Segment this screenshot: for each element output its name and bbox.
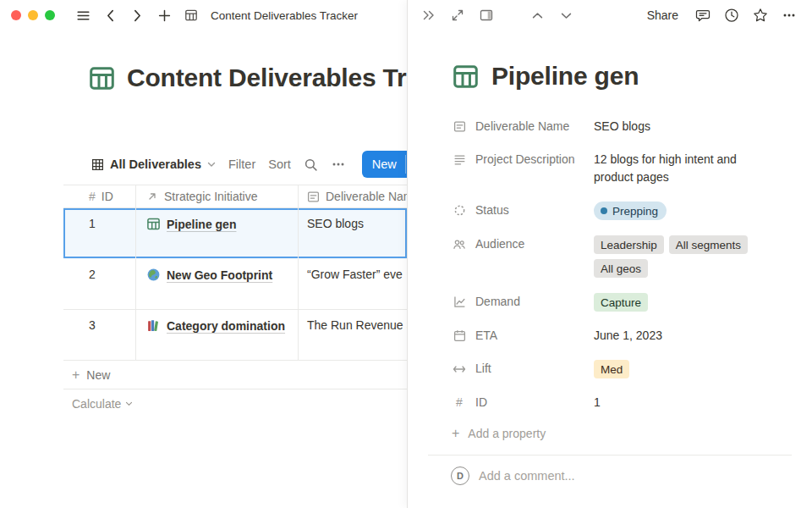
property-value[interactable]: June 1, 2023 <box>594 327 758 345</box>
cell-id: 1 <box>63 208 135 258</box>
new-page-icon[interactable] <box>155 5 173 25</box>
property-label[interactable]: Deliverable Name <box>452 118 594 135</box>
view-toolbar: All Deliverables Filter Sort New <box>91 151 407 178</box>
page-title[interactable]: Content Deliverables Tracker <box>127 64 407 92</box>
close-peek-icon[interactable] <box>420 5 438 25</box>
user-avatar[interactable]: D <box>451 467 469 485</box>
globe-icon <box>146 268 161 282</box>
demand-tag[interactable]: Capture <box>594 293 648 312</box>
minimize-window-button[interactable] <box>28 10 38 20</box>
cell-id: 3 <box>63 310 135 360</box>
table-page-icon[interactable] <box>88 64 116 92</box>
next-record-icon[interactable] <box>557 5 575 25</box>
expand-page-icon[interactable] <box>448 5 467 25</box>
database-table: # ID Strategic Initiative Deliverable <box>63 185 407 418</box>
page-link[interactable]: Category domination <box>167 319 285 333</box>
more-options-icon[interactable] <box>331 154 346 174</box>
hash-icon: # <box>89 190 96 203</box>
property-label[interactable]: Audience <box>452 235 594 278</box>
page-table-icon <box>182 5 200 25</box>
property-label[interactable]: Demand <box>452 293 594 312</box>
table-row-category-domination[interactable]: 3 Category domination The Run Revenue S <box>63 310 407 361</box>
property-row-demand: Demand Capture <box>452 285 758 319</box>
sidebar-toggle-icon[interactable] <box>74 5 92 25</box>
plus-icon: + <box>452 427 459 440</box>
filter-button[interactable]: Filter <box>228 157 255 171</box>
comment-input[interactable]: Add a comment... <box>479 469 575 483</box>
share-button[interactable]: Share <box>647 8 678 22</box>
property-value[interactable]: 12 blogs for high intent and product pag… <box>594 151 758 186</box>
chevron-down-icon <box>125 401 133 406</box>
page-link[interactable]: Pipeline gen <box>167 218 236 231</box>
table-row-pipeline-gen[interactable]: 1 Pipeline gen SEO blogs <box>63 208 407 259</box>
property-value[interactable]: 1 <box>594 394 758 411</box>
comment-composer[interactable]: D Add a comment... <box>408 456 812 485</box>
property-label[interactable]: Project Description <box>452 151 594 186</box>
page-link[interactable]: New Geo Footprint <box>167 268 272 282</box>
cell-id: 2 <box>63 259 135 309</box>
main-content: Content Deliverables Tracker All Deliver… <box>0 30 407 508</box>
prev-record-icon[interactable] <box>528 5 546 25</box>
status-pill[interactable]: Prepping <box>594 202 667 220</box>
text-property-icon <box>452 151 467 168</box>
breadcrumb-title[interactable]: Content Deliverables Tracker <box>211 9 358 22</box>
search-icon[interactable] <box>304 154 318 174</box>
close-window-button[interactable] <box>11 10 21 20</box>
zoom-window-button[interactable] <box>45 10 55 20</box>
lift-tag[interactable]: Med <box>594 360 629 378</box>
peek-page-title[interactable]: Pipeline gen <box>491 62 639 91</box>
property-value[interactable]: Med <box>594 360 758 378</box>
property-value[interactable]: SEO blogs <box>594 118 758 135</box>
hash-icon: # <box>452 394 467 411</box>
name-property-icon <box>307 190 320 203</box>
table-view-icon <box>91 158 104 171</box>
sort-button[interactable]: Sort <box>268 157 291 171</box>
cell-deliverable[interactable]: The Run Revenue S <box>298 310 407 360</box>
table-page-icon <box>146 217 161 231</box>
view-name: All Deliverables <box>110 157 201 171</box>
status-property-icon <box>452 202 467 219</box>
name-property-icon <box>452 118 467 135</box>
column-header-initiative[interactable]: Strategic Initiative <box>135 185 298 207</box>
calculate-button[interactable]: Calculate <box>63 389 407 418</box>
property-row-id: # ID 1 <box>452 386 758 419</box>
property-label[interactable]: Status <box>452 202 594 220</box>
cell-deliverable[interactable]: SEO blogs <box>298 208 407 258</box>
back-icon[interactable] <box>101 5 119 25</box>
titlebar-left: Content Deliverables Tracker <box>0 0 407 30</box>
property-value[interactable]: Capture <box>594 293 758 312</box>
side-peek-icon[interactable] <box>477 5 496 25</box>
audience-tag[interactable]: All segments <box>669 235 748 254</box>
titlebar-right: Share <box>408 0 812 30</box>
audience-tag[interactable]: All geos <box>594 259 648 278</box>
view-tab-all-deliverables[interactable]: All Deliverables <box>91 157 216 171</box>
property-label[interactable]: # ID <box>452 394 594 411</box>
main-panel: Content Deliverables Tracker Content Del… <box>0 0 407 508</box>
calendar-icon <box>452 327 467 345</box>
column-header-deliverable[interactable]: Deliverable Name <box>298 185 407 207</box>
property-value[interactable]: Prepping <box>594 202 758 220</box>
audience-tag[interactable]: Leadership <box>594 235 664 254</box>
favorite-star-icon[interactable] <box>751 5 770 25</box>
property-row-status: Status Prepping <box>452 194 758 228</box>
table-row-new-geo-footprint[interactable]: 2 New Geo Footprint “Grow Faster” eve <box>63 259 407 310</box>
arrow-ne-icon <box>146 190 158 202</box>
table-page-icon[interactable] <box>452 63 480 91</box>
property-label[interactable]: Lift <box>452 360 594 378</box>
new-button[interactable]: New <box>362 151 407 178</box>
peek-header: Pipeline gen <box>452 58 812 95</box>
add-property-button[interactable]: + Add a property <box>452 419 758 448</box>
property-value[interactable]: Leadership All segments All geos <box>594 235 758 278</box>
traffic-lights <box>11 10 55 20</box>
comments-icon[interactable] <box>694 5 712 25</box>
more-options-icon[interactable] <box>780 5 798 25</box>
column-header-id[interactable]: # ID <box>63 185 135 207</box>
table-header-row: # ID Strategic Initiative Deliverable <box>63 185 407 208</box>
new-row-button[interactable]: + New <box>63 361 407 389</box>
people-icon <box>452 235 467 253</box>
cell-deliverable[interactable]: “Grow Faster” eve <box>298 259 407 309</box>
property-row-eta: ETA June 1, 2023 <box>452 319 758 352</box>
forward-icon[interactable] <box>128 5 146 25</box>
history-icon[interactable] <box>722 5 741 25</box>
property-label[interactable]: ETA <box>452 327 594 345</box>
